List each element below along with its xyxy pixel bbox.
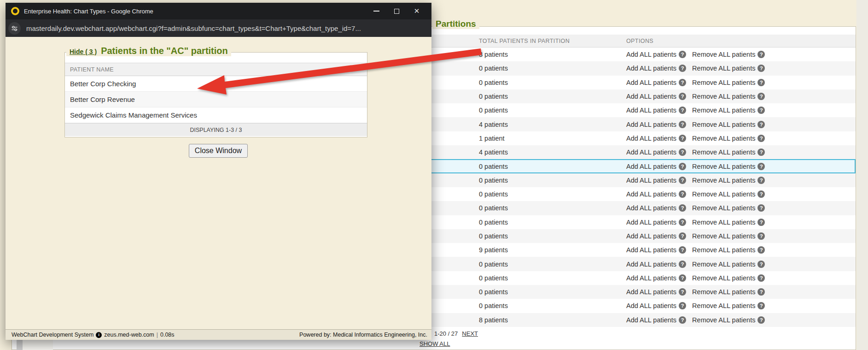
show-all-link[interactable]: SHOW ALL bbox=[419, 340, 450, 347]
add-all-patients-link[interactable]: Add ALL patients bbox=[626, 135, 676, 142]
help-icon[interactable]: ? bbox=[679, 177, 686, 184]
remove-all-patients-link[interactable]: Remove ALL patients bbox=[692, 302, 755, 309]
remove-all-patients-link[interactable]: Remove ALL patients bbox=[692, 163, 755, 170]
help-icon[interactable]: ? bbox=[679, 51, 686, 58]
help-icon[interactable]: ? bbox=[757, 302, 765, 309]
help-icon[interactable]: ? bbox=[679, 190, 686, 198]
help-icon[interactable]: ? bbox=[757, 79, 765, 86]
help-icon[interactable]: ? bbox=[679, 261, 686, 268]
add-all-patients-link[interactable]: Add ALL patients bbox=[626, 177, 676, 184]
close-window-form-button[interactable]: Close Window bbox=[189, 144, 248, 158]
add-all-patients-link[interactable]: Add ALL patients bbox=[626, 316, 676, 324]
remove-all-patients-link[interactable]: Remove ALL patients bbox=[692, 135, 755, 142]
remove-all-patients-link[interactable]: Remove ALL patients bbox=[692, 219, 755, 226]
help-icon[interactable]: ? bbox=[679, 232, 686, 240]
help-icon[interactable]: ? bbox=[679, 274, 686, 282]
help-icon[interactable]: ? bbox=[757, 190, 765, 198]
help-icon[interactable]: ? bbox=[679, 93, 686, 100]
help-icon[interactable]: ? bbox=[757, 232, 765, 240]
help-icon[interactable]: ? bbox=[679, 107, 686, 114]
remove-all-patients-link[interactable]: Remove ALL patients bbox=[692, 107, 755, 114]
add-all-patients-link[interactable]: Add ALL patients bbox=[626, 51, 676, 58]
help-icon[interactable]: ? bbox=[757, 163, 765, 170]
remove-all-patients-link[interactable]: Remove ALL patients bbox=[692, 79, 755, 86]
help-icon[interactable]: ? bbox=[679, 316, 686, 324]
help-icon[interactable]: ? bbox=[757, 65, 765, 72]
remove-all-patients-link[interactable]: Remove ALL patients bbox=[692, 204, 755, 212]
partition-options: Add ALL patients?Remove ALL patients? bbox=[626, 79, 765, 86]
help-icon[interactable]: ? bbox=[757, 93, 765, 100]
add-all-patients-link[interactable]: Add ALL patients bbox=[626, 261, 676, 268]
remove-all-patients-link[interactable]: Remove ALL patients bbox=[692, 65, 755, 72]
background-scrollbar-strip[interactable] bbox=[17, 340, 23, 350]
remove-all-patients-link[interactable]: Remove ALL patients bbox=[692, 148, 755, 156]
maximize-button[interactable] bbox=[386, 3, 407, 19]
help-icon[interactable]: ? bbox=[757, 177, 765, 184]
partition-total-patients: 0 patients bbox=[479, 107, 508, 114]
remove-all-patients-link[interactable]: Remove ALL patients bbox=[692, 93, 755, 100]
add-all-pair: Add ALL patients? bbox=[626, 65, 686, 72]
help-icon[interactable]: ? bbox=[679, 65, 686, 72]
remove-all-patients-link[interactable]: Remove ALL patients bbox=[692, 232, 755, 240]
remove-all-patients-link[interactable]: Remove ALL patients bbox=[692, 288, 755, 296]
help-icon[interactable]: ? bbox=[757, 316, 765, 324]
address-bar-url[interactable]: masterdaily.dev.webchart.app/webchart.cg… bbox=[26, 24, 361, 32]
add-all-pair: Add ALL patients? bbox=[626, 148, 686, 156]
help-icon[interactable]: ? bbox=[757, 148, 765, 156]
help-icon[interactable]: ? bbox=[679, 204, 686, 212]
partition-options: Add ALL patients?Remove ALL patients? bbox=[626, 246, 765, 254]
help-icon[interactable]: ? bbox=[757, 135, 765, 142]
help-icon[interactable]: ? bbox=[679, 148, 686, 156]
help-icon[interactable]: ? bbox=[757, 107, 765, 114]
remove-all-patients-link[interactable]: Remove ALL patients bbox=[692, 316, 755, 324]
help-icon[interactable]: ? bbox=[679, 121, 686, 128]
remove-all-patients-link[interactable]: Remove ALL patients bbox=[692, 51, 755, 58]
minimize-button[interactable] bbox=[366, 3, 386, 19]
patient-row: Better Corp Checking bbox=[65, 76, 367, 92]
remove-all-patients-link[interactable]: Remove ALL patients bbox=[692, 261, 755, 268]
help-icon[interactable]: ? bbox=[757, 121, 765, 128]
help-icon[interactable]: ? bbox=[757, 288, 765, 296]
add-all-patients-link[interactable]: Add ALL patients bbox=[626, 274, 676, 282]
add-all-patients-link[interactable]: Add ALL patients bbox=[626, 246, 676, 254]
close-window-button[interactable]: ✕ bbox=[407, 3, 427, 19]
add-all-patients-link[interactable]: Add ALL patients bbox=[626, 93, 676, 100]
help-icon[interactable]: ? bbox=[757, 274, 765, 282]
remove-all-patients-link[interactable]: Remove ALL patients bbox=[692, 190, 755, 198]
help-icon[interactable]: ? bbox=[679, 246, 686, 254]
remove-all-patients-link[interactable]: Remove ALL patients bbox=[692, 246, 755, 254]
help-icon[interactable]: ? bbox=[757, 204, 765, 212]
add-all-patients-link[interactable]: Add ALL patients bbox=[626, 163, 676, 170]
add-all-patients-link[interactable]: Add ALL patients bbox=[626, 232, 676, 240]
partition-total-patients: 0 patients bbox=[479, 274, 508, 282]
remove-all-patients-link[interactable]: Remove ALL patients bbox=[692, 121, 755, 128]
pagination-next-link[interactable]: NEXT bbox=[462, 330, 478, 337]
add-all-patients-link[interactable]: Add ALL patients bbox=[626, 107, 676, 114]
help-icon[interactable]: ? bbox=[679, 302, 686, 309]
add-all-patients-link[interactable]: Add ALL patients bbox=[626, 204, 676, 212]
remove-all-patients-link[interactable]: Remove ALL patients bbox=[692, 177, 755, 184]
help-icon[interactable]: ? bbox=[757, 219, 765, 226]
partition-total-patients: 0 patients bbox=[479, 93, 508, 100]
help-icon[interactable]: ? bbox=[679, 288, 686, 296]
add-all-patients-link[interactable]: Add ALL patients bbox=[626, 190, 676, 198]
help-icon[interactable]: ? bbox=[679, 79, 686, 86]
help-icon[interactable]: ? bbox=[757, 261, 765, 268]
add-all-patients-link[interactable]: Add ALL patients bbox=[626, 65, 676, 72]
add-all-patients-link[interactable]: Add ALL patients bbox=[626, 121, 676, 128]
add-all-patients-link[interactable]: Add ALL patients bbox=[626, 302, 676, 309]
help-icon[interactable]: ? bbox=[757, 51, 765, 58]
add-all-patients-link[interactable]: Add ALL patients bbox=[626, 148, 676, 156]
add-all-patients-link[interactable]: Add ALL patients bbox=[626, 219, 676, 226]
add-all-patients-link[interactable]: Add ALL patients bbox=[626, 288, 676, 296]
help-icon[interactable]: ? bbox=[679, 135, 686, 142]
remove-all-patients-link[interactable]: Remove ALL patients bbox=[692, 274, 755, 282]
help-icon[interactable]: ? bbox=[757, 246, 765, 254]
add-all-patients-link[interactable]: Add ALL patients bbox=[626, 79, 676, 86]
partition-options: Add ALL patients?Remove ALL patients? bbox=[626, 288, 765, 296]
help-icon[interactable]: ? bbox=[679, 163, 686, 170]
hide-link[interactable]: Hide ( 3 ) bbox=[70, 48, 97, 55]
help-icon[interactable]: ? bbox=[679, 219, 686, 226]
site-settings-icon[interactable] bbox=[8, 22, 21, 35]
partition-total-patients: 0 patients bbox=[479, 204, 508, 212]
